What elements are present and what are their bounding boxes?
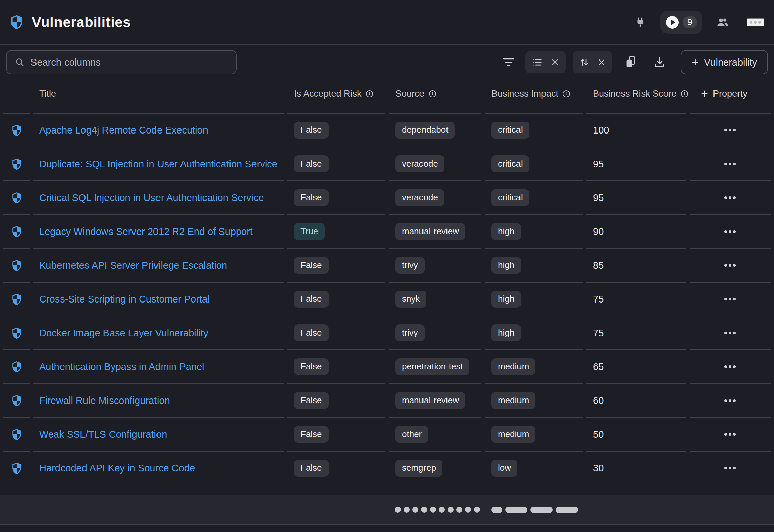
- source-badge: trivy: [395, 257, 425, 274]
- row-menu-icon[interactable]: [721, 227, 739, 236]
- row-menu-icon[interactable]: [721, 362, 739, 371]
- column-header-source[interactable]: Source: [389, 74, 481, 114]
- table-row: Critical SQL Injection in User Authentic…: [3, 181, 771, 215]
- pagination-dot[interactable]: [395, 507, 401, 513]
- pagination-dot[interactable]: [465, 507, 471, 513]
- impact-badge: critical: [491, 155, 529, 172]
- search-icon: [15, 57, 24, 67]
- header-actions: 9: [636, 11, 764, 34]
- row-menu-icon[interactable]: [721, 430, 739, 439]
- pagination-dot[interactable]: [404, 507, 410, 513]
- pagination-dot[interactable]: [412, 507, 418, 513]
- download-button[interactable]: [651, 53, 669, 71]
- risk-score: 30: [593, 463, 604, 474]
- pagination-dot[interactable]: [430, 507, 436, 513]
- run-count-badge: 9: [683, 16, 697, 28]
- pagination-dot[interactable]: [474, 507, 480, 513]
- source-badge: trivy: [395, 324, 425, 341]
- pagination-pill[interactable]: [505, 507, 527, 513]
- pagination-pill[interactable]: [530, 507, 553, 513]
- table-row: Docker Image Base Layer Vulnerability Fa…: [3, 316, 771, 350]
- row-shield-cell: [3, 283, 30, 316]
- pagination-dot[interactable]: [439, 507, 445, 513]
- risk-score: 60: [593, 395, 604, 406]
- info-icon[interactable]: [429, 90, 436, 98]
- search-input[interactable]: [30, 57, 228, 68]
- row-menu-icon[interactable]: [721, 125, 739, 135]
- more-options-icon[interactable]: [747, 18, 764, 26]
- column-header-icon: [3, 74, 30, 114]
- accepted-badge: False: [294, 460, 329, 477]
- row-title-link[interactable]: Legacy Windows Server 2012 R2 End of Sup…: [39, 226, 253, 237]
- search-box[interactable]: [6, 50, 237, 74]
- row-title-link[interactable]: Weak SSL/TLS Configuration: [39, 429, 167, 440]
- vulnerability-shield-icon: [11, 158, 22, 170]
- row-menu-icon[interactable]: [721, 396, 739, 405]
- table-footer: [0, 495, 774, 525]
- app-logo-shield-icon: [10, 15, 23, 30]
- table-row: Authentication Bypass in Admin Panel Fal…: [3, 350, 771, 384]
- row-title-link[interactable]: Kubernetes API Server Privilege Escalati…: [39, 260, 227, 271]
- table-row: Weak SSL/TLS Configuration False other m…: [3, 418, 771, 452]
- group-by-chip[interactable]: [525, 51, 566, 73]
- pagination-pills[interactable]: [491, 507, 581, 513]
- accepted-badge: False: [294, 189, 329, 206]
- row-menu-icon[interactable]: [721, 261, 739, 270]
- row-title-link[interactable]: Cross-Site Scripting in Customer Portal: [39, 294, 210, 305]
- plus-icon: +: [701, 88, 708, 100]
- add-vulnerability-button[interactable]: + Vulnerability: [681, 50, 768, 74]
- column-divider: [688, 74, 688, 525]
- source-badge: snyk: [395, 291, 426, 308]
- info-icon[interactable]: [681, 90, 688, 98]
- pagination-pill[interactable]: [491, 507, 502, 513]
- accepted-badge: False: [294, 155, 329, 172]
- row-menu-icon[interactable]: [721, 463, 739, 473]
- row-shield-cell: [3, 384, 30, 418]
- add-vulnerability-label: Vulnerability: [704, 57, 757, 68]
- impact-badge: medium: [491, 358, 535, 375]
- column-header-business-impact[interactable]: Business Impact: [485, 74, 583, 114]
- pagination-dot[interactable]: [421, 507, 427, 513]
- impact-badge: medium: [491, 392, 535, 409]
- row-menu-icon[interactable]: [721, 294, 739, 304]
- info-icon[interactable]: [562, 90, 570, 98]
- info-icon[interactable]: [366, 90, 373, 98]
- vulnerability-shield-icon: [11, 361, 22, 373]
- row-title-link[interactable]: Hardcoded API Key in Source Code: [39, 463, 195, 474]
- row-title-link[interactable]: Duplicate: SQL Injection in User Authent…: [39, 159, 277, 169]
- clear-sort-icon[interactable]: [598, 58, 606, 66]
- risk-score: 90: [593, 226, 604, 237]
- pagination-dot[interactable]: [456, 507, 462, 513]
- vulnerability-shield-icon: [11, 462, 22, 475]
- column-header-business-risk-score[interactable]: Business Risk Score: [586, 74, 686, 114]
- row-menu-icon[interactable]: [721, 159, 739, 169]
- add-property-button[interactable]: +Property: [690, 74, 771, 114]
- impact-badge: high: [491, 257, 521, 274]
- copy-button[interactable]: [622, 53, 639, 71]
- pagination-dots[interactable]: [395, 507, 483, 513]
- row-title-link[interactable]: Critical SQL Injection in User Authentic…: [39, 192, 264, 203]
- impact-badge: medium: [491, 426, 535, 443]
- filter-button[interactable]: [500, 54, 518, 70]
- accepted-badge: False: [294, 257, 329, 274]
- column-header-is-accepted-risk[interactable]: Is Accepted Risk: [287, 74, 385, 114]
- vulnerabilities-table: Title Is Accepted Risk Source Business I…: [0, 74, 774, 525]
- row-title-link[interactable]: Firewall Rule Misconfiguration: [39, 395, 170, 406]
- row-menu-icon[interactable]: [721, 193, 739, 202]
- column-header-title[interactable]: Title: [33, 74, 284, 114]
- row-menu-icon[interactable]: [721, 328, 739, 338]
- users-icon[interactable]: [716, 17, 729, 28]
- pagination-dot[interactable]: [448, 507, 454, 513]
- sort-chip[interactable]: [573, 51, 612, 73]
- row-title-link[interactable]: Docker Image Base Layer Vulnerability: [39, 328, 208, 338]
- clear-grouping-icon[interactable]: [551, 58, 559, 66]
- plug-icon[interactable]: [636, 17, 645, 28]
- accepted-badge: True: [294, 223, 325, 240]
- table-row: Cross-Site Scripting in Customer Portal …: [3, 283, 771, 316]
- runs-button[interactable]: 9: [660, 11, 702, 34]
- pagination-pill[interactable]: [556, 507, 578, 513]
- row-title-link[interactable]: Apache Log4j Remote Code Execution: [39, 125, 208, 136]
- row-title-link[interactable]: Authentication Bypass in Admin Panel: [39, 361, 204, 372]
- source-badge: manual-review: [395, 223, 465, 240]
- source-badge: manual-review: [395, 392, 465, 409]
